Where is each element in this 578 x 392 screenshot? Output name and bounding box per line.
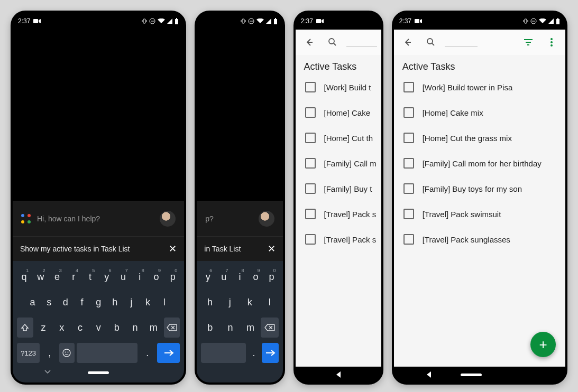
key-b[interactable]: b (201, 318, 219, 338)
key-t[interactable]: t5 (83, 267, 97, 287)
key-i[interactable]: i8 (233, 267, 246, 287)
key-d[interactable]: d (58, 292, 72, 312)
key-q[interactable]: q1 (17, 267, 31, 287)
task-row[interactable]: [Travel] Pack sunglasses (394, 227, 565, 252)
key-s[interactable]: s (42, 292, 56, 312)
user-avatar[interactable] (259, 211, 274, 227)
key-z[interactable]: z (35, 318, 52, 338)
key-o[interactable]: o9 (249, 267, 262, 287)
task-row[interactable]: [Travel] Pack swimsuit (394, 201, 565, 227)
key-j[interactable]: j (221, 292, 239, 312)
key-u[interactable]: u7 (217, 267, 231, 287)
search-icon[interactable] (323, 33, 342, 52)
key-v[interactable]: v (90, 318, 107, 338)
task-row[interactable]: [Family] Buy toys for my son (394, 176, 565, 201)
symbols-key[interactable]: ?123 (17, 343, 40, 363)
key-c[interactable]: c (72, 318, 88, 338)
key-n[interactable]: n (221, 318, 239, 338)
key-b[interactable]: b (109, 318, 125, 338)
key-g[interactable]: g (91, 292, 106, 312)
key-w[interactable]: w2 (33, 267, 48, 287)
comma-key[interactable]: , (42, 343, 57, 363)
task-checkbox[interactable] (403, 107, 414, 118)
keyboard[interactable]: y6u7i8o9p0 hjkl bnm . (197, 261, 282, 382)
user-avatar[interactable] (160, 211, 176, 227)
shift-key[interactable] (17, 318, 33, 338)
task-checkbox[interactable] (305, 158, 316, 169)
task-checkbox[interactable] (305, 234, 316, 245)
key-p[interactable]: p0 (166, 267, 180, 287)
task-checkbox[interactable] (403, 209, 414, 219)
key-y[interactable]: y6 (201, 267, 215, 287)
key-e[interactable]: e3 (50, 267, 64, 287)
svg-line-30 (432, 43, 434, 45)
key-h[interactable]: h (108, 292, 122, 312)
key-o[interactable]: o9 (149, 267, 163, 287)
nav-back-icon[interactable] (336, 371, 341, 378)
key-n[interactable]: n (127, 318, 143, 338)
key-m[interactable]: m (241, 318, 259, 338)
space-key[interactable] (201, 343, 246, 363)
task-checkbox[interactable] (403, 183, 414, 194)
period-key[interactable]: . (248, 343, 259, 363)
task-checkbox[interactable] (403, 133, 414, 143)
task-row[interactable]: [Family] Call m (296, 151, 381, 176)
task-row[interactable]: [Family] Call mom for her birthday (394, 151, 565, 176)
task-row[interactable]: [Work] Build t (296, 74, 381, 100)
key-k[interactable]: k (141, 292, 155, 312)
task-checkbox[interactable] (403, 82, 414, 92)
key-y[interactable]: y6 (99, 267, 114, 287)
emoji-key[interactable] (59, 343, 75, 363)
backspace-key[interactable] (261, 318, 279, 338)
keyboard[interactable]: q1w2e3r4t5y6u7i8o9p0 asdfghjkl zxcvbnm ?… (13, 261, 184, 382)
close-icon[interactable]: ✕ (169, 243, 177, 255)
task-checkbox[interactable] (403, 234, 414, 245)
search-input[interactable] (346, 46, 377, 46)
add-task-fab[interactable]: + (530, 332, 556, 357)
task-checkbox[interactable] (403, 158, 414, 169)
task-row[interactable]: [Home] Cut th (296, 125, 381, 151)
space-key[interactable] (77, 343, 137, 363)
key-k[interactable]: k (241, 292, 259, 312)
key-m[interactable]: m (145, 318, 162, 338)
key-p[interactable]: p0 (264, 267, 278, 287)
task-checkbox[interactable] (305, 133, 316, 143)
task-checkbox[interactable] (305, 183, 316, 194)
key-l[interactable]: l (157, 292, 171, 312)
task-checkbox[interactable] (305, 82, 316, 92)
send-key[interactable] (262, 343, 279, 363)
task-checkbox[interactable] (305, 209, 316, 219)
task-row[interactable]: [Home] Cut the grass mix (394, 125, 565, 151)
home-pill[interactable] (461, 374, 482, 376)
home-pill[interactable] (88, 371, 109, 374)
search-input[interactable] (445, 46, 478, 46)
task-row[interactable]: [Work] Build tower in Pisa (394, 74, 565, 100)
assistant-query-row[interactable]: in Task List ✕ (197, 236, 282, 261)
task-row[interactable]: [Travel] Pack s (296, 227, 381, 252)
search-icon[interactable] (421, 33, 441, 52)
send-key[interactable] (157, 343, 180, 363)
close-icon[interactable]: ✕ (268, 243, 276, 255)
task-row[interactable]: [Home] Cake mix (394, 100, 565, 125)
key-x[interactable]: x (53, 318, 70, 338)
key-f[interactable]: f (75, 292, 89, 312)
back-button[interactable] (398, 33, 417, 52)
task-row[interactable]: [Family] Buy t (296, 176, 381, 201)
backspace-key[interactable] (164, 318, 180, 338)
key-u[interactable]: u7 (116, 267, 130, 287)
filter-icon[interactable] (519, 33, 538, 52)
overflow-menu-icon[interactable] (542, 33, 561, 52)
back-button[interactable] (300, 33, 319, 52)
task-row[interactable]: [Home] Cake (296, 100, 381, 125)
key-l[interactable]: l (261, 292, 279, 312)
nav-back-icon[interactable] (427, 371, 431, 378)
assistant-query-row[interactable]: Show my active tasks in Task List ✕ (13, 236, 184, 261)
period-key[interactable]: . (140, 343, 155, 363)
task-row[interactable]: [Travel] Pack s (296, 201, 381, 227)
key-j[interactable]: j (124, 292, 139, 312)
task-checkbox[interactable] (305, 107, 316, 118)
key-h[interactable]: h (201, 292, 219, 312)
key-a[interactable]: a (25, 292, 40, 312)
key-r[interactable]: r4 (67, 267, 81, 287)
key-i[interactable]: i8 (133, 267, 147, 287)
